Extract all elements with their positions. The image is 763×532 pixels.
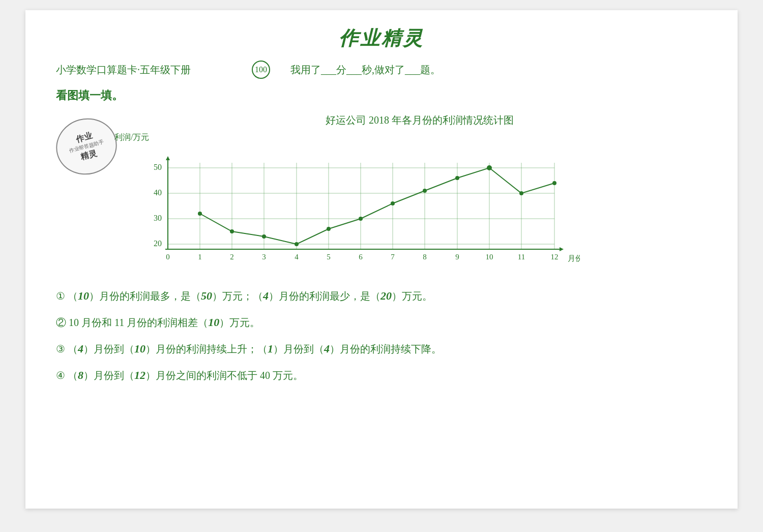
svg-text:2: 2 bbox=[230, 253, 234, 261]
svg-text:12: 12 bbox=[551, 253, 559, 261]
svg-point-47 bbox=[455, 176, 459, 180]
svg-point-50 bbox=[552, 181, 556, 185]
q3-text3: ）月份到（ bbox=[273, 339, 324, 359]
q4-a1: 8 bbox=[78, 364, 83, 387]
q3-text1: ）月份到（ bbox=[83, 339, 134, 359]
q4-text2: ）月份之间的利润不低于 40 万元。 bbox=[145, 365, 303, 386]
content-area: 作业 作业帮答题助手 精灵 好运公司 2018 年各月份的利润情况统计图 利润/… bbox=[56, 113, 707, 275]
svg-text:月份: 月份 bbox=[568, 254, 580, 262]
svg-text:11: 11 bbox=[518, 253, 525, 261]
svg-marker-18 bbox=[560, 247, 564, 251]
chart-area: 好运公司 2018 年各月份的利润情况统计图 利润/万元 bbox=[132, 113, 707, 275]
question-4: ④ （ 8 ）月份到（ 12 ）月份之间的利润不低于 40 万元。 bbox=[56, 364, 707, 387]
svg-text:7: 7 bbox=[391, 253, 395, 261]
subtitle-row: 小学数学口算题卡·五年级下册 100 我用了___分___秒,做对了___题。 bbox=[56, 61, 707, 79]
svg-text:20: 20 bbox=[154, 239, 162, 248]
q3-a4: 4 bbox=[324, 338, 330, 360]
svg-text:5: 5 bbox=[327, 253, 331, 261]
q3-a3: 1 bbox=[268, 338, 273, 360]
q1-a1: 10 bbox=[78, 285, 89, 307]
svg-point-46 bbox=[423, 189, 427, 193]
svg-text:4: 4 bbox=[295, 253, 299, 261]
svg-text:40: 40 bbox=[154, 188, 162, 197]
q1-a4: 20 bbox=[380, 285, 392, 307]
question-2: ② 10 月份和 11 月份的利润相差（ 10 ）万元。 bbox=[56, 311, 707, 334]
q3-a1: 4 bbox=[78, 338, 83, 360]
q1-text3: ）月份的利润最少，是（ bbox=[269, 286, 380, 306]
svg-point-40 bbox=[230, 229, 234, 233]
svg-text:30: 30 bbox=[154, 214, 162, 222]
q1-a2: 50 bbox=[201, 285, 212, 307]
svg-text:8: 8 bbox=[423, 253, 427, 261]
line-chart: 50 40 30 20 0 1 2 3 4 5 6 7 8 9 10 11 bbox=[142, 132, 580, 275]
q1-text4: ）万元。 bbox=[392, 286, 432, 306]
svg-point-42 bbox=[295, 242, 299, 246]
q1-a3: 4 bbox=[263, 285, 269, 307]
q1-text2: ）万元；（ bbox=[212, 286, 263, 306]
svg-point-45 bbox=[391, 201, 395, 205]
stamp: 作业 作业帮答题助手 精灵 bbox=[50, 111, 123, 181]
svg-text:10: 10 bbox=[486, 253, 493, 261]
q3-text2: ）月份的利润持续上升；（ bbox=[145, 339, 268, 359]
svg-point-49 bbox=[519, 191, 523, 195]
y-axis-label: 利润/万元 bbox=[114, 132, 149, 143]
q4-text1: ）月份到（ bbox=[83, 365, 134, 386]
q4-num: ④ （ bbox=[56, 365, 78, 386]
q3-text4: ）月份的利润持续下降。 bbox=[330, 339, 442, 359]
subtitle-right: 我用了___分___秒,做对了___题。 bbox=[290, 63, 707, 77]
svg-text:6: 6 bbox=[359, 253, 363, 261]
instruction: 看图填一填。 bbox=[56, 88, 707, 103]
stamp-area: 作业 作业帮答题助手 精灵 bbox=[56, 119, 122, 174]
page-title: 作业精灵 bbox=[56, 25, 707, 51]
questions: ① （ 10 ）月份的利润最多，是（ 50 ）万元；（ 4 ）月份的利润最少，是… bbox=[56, 285, 707, 387]
svg-point-41 bbox=[262, 234, 266, 239]
svg-text:1: 1 bbox=[198, 253, 202, 261]
q4-a2: 12 bbox=[134, 364, 145, 387]
question-1: ① （ 10 ）月份的利润最多，是（ 50 ）万元；（ 4 ）月份的利润最少，是… bbox=[56, 285, 707, 307]
score-circle: 100 bbox=[252, 61, 270, 79]
svg-text:50: 50 bbox=[154, 163, 162, 171]
svg-text:9: 9 bbox=[455, 253, 459, 261]
page: 作业精灵 小学数学口算题卡·五年级下册 100 我用了___分___秒,做对了_… bbox=[25, 10, 738, 509]
svg-point-43 bbox=[327, 227, 331, 231]
q2-num: ② 10 月份和 11 月份的利润相差（ bbox=[56, 312, 208, 333]
question-3: ③ （ 4 ）月份到（ 10 ）月份的利润持续上升；（ 1 ）月份到（ 4 ）月… bbox=[56, 338, 707, 360]
chart-title: 好运公司 2018 年各月份的利润情况统计图 bbox=[132, 113, 707, 127]
svg-point-48 bbox=[487, 165, 492, 170]
chart-container: 利润/万元 bbox=[142, 132, 707, 275]
svg-text:0: 0 bbox=[166, 253, 170, 261]
subtitle-left: 小学数学口算题卡·五年级下册 bbox=[56, 63, 191, 77]
svg-point-39 bbox=[198, 212, 202, 216]
q3-a2: 10 bbox=[134, 338, 145, 360]
svg-marker-20 bbox=[166, 156, 170, 160]
q2-text1: ）万元。 bbox=[219, 312, 260, 333]
svg-point-44 bbox=[359, 217, 363, 221]
svg-text:3: 3 bbox=[262, 253, 266, 261]
q3-num: ③ （ bbox=[56, 339, 78, 359]
q2-a1: 10 bbox=[208, 311, 219, 334]
q1-num: ① （ bbox=[56, 286, 78, 306]
q1-text1: ）月份的利润最多，是（ bbox=[89, 286, 201, 306]
